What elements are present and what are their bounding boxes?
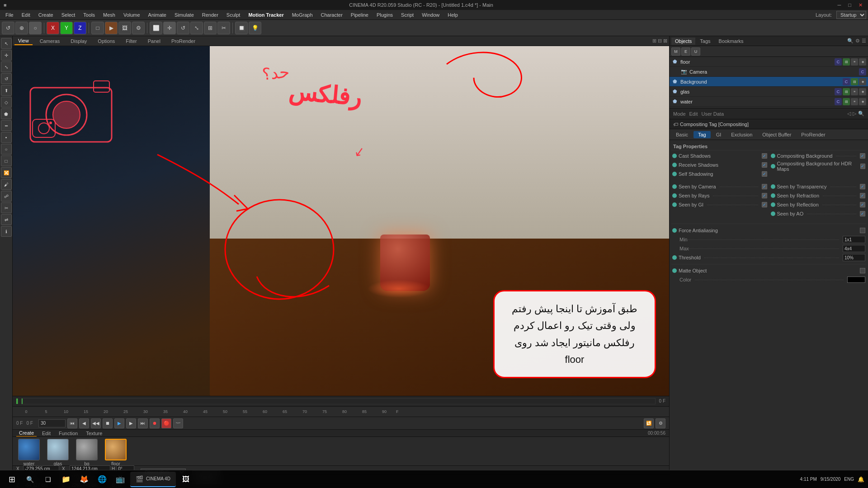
- nav-mode[interactable]: Mode: [673, 111, 686, 117]
- point-tool[interactable]: •: [1, 132, 12, 143]
- floor-tag-2[interactable]: ▤: [843, 58, 850, 66]
- menu-select[interactable]: Select: [58, 11, 79, 19]
- tab-view[interactable]: View: [14, 37, 33, 45]
- om-expand-btn[interactable]: ☰: [862, 38, 866, 44]
- tab-panel[interactable]: Panel: [144, 38, 164, 45]
- search-btn[interactable]: 🔍: [22, 471, 38, 488]
- go-end-btn[interactable]: ⏭: [138, 418, 148, 428]
- om-userdata-btn[interactable]: U: [691, 47, 700, 56]
- bridge-tool[interactable]: ⇌: [1, 214, 12, 225]
- x-axis-btn[interactable]: X: [47, 22, 59, 34]
- box-select-btn[interactable]: ⬜: [150, 22, 162, 34]
- om-tab-bookmarks[interactable]: Bookmarks: [715, 38, 747, 45]
- max-input[interactable]: [843, 245, 865, 252]
- minimize-btn[interactable]: ─: [836, 2, 843, 8]
- bg-tag-2[interactable]: ▤: [851, 78, 858, 85]
- firefox-btn[interactable]: 🦊: [76, 471, 92, 488]
- om-search-btn[interactable]: 🔍: [847, 38, 854, 44]
- seen-rays-check[interactable]: [762, 193, 767, 198]
- material-bg[interactable]: bg: [74, 439, 99, 466]
- tab-filter[interactable]: Filter: [122, 38, 140, 45]
- menu-file[interactable]: File: [2, 11, 17, 19]
- floor-tag-3[interactable]: ≡: [851, 58, 858, 66]
- color-swatch[interactable]: [847, 277, 865, 283]
- stop-btn[interactable]: ⏹: [103, 418, 113, 428]
- menu-edit[interactable]: Edit: [18, 11, 34, 19]
- menu-character[interactable]: Character: [317, 11, 346, 19]
- unknown-app-btn[interactable]: 🖼: [178, 471, 194, 488]
- mat-tab-create[interactable]: Create: [16, 430, 37, 436]
- auto-key-btn[interactable]: 🔴: [161, 418, 171, 428]
- rotate-tool-btn[interactable]: ↺: [177, 22, 189, 34]
- om-mode-btn[interactable]: M: [671, 47, 680, 56]
- om-row-floor[interactable]: ⬟ floor C ▤ ≡ ◈: [670, 57, 868, 67]
- menu-simulate[interactable]: Simulate: [171, 11, 198, 19]
- water-tag-4[interactable]: ◈: [859, 98, 866, 105]
- water-tag-3[interactable]: ≡: [851, 98, 858, 105]
- render-settings-btn[interactable]: ⚙: [132, 22, 145, 34]
- seen-reflection-check[interactable]: [860, 202, 865, 207]
- min-input[interactable]: [843, 236, 865, 243]
- prop-tab-basic[interactable]: Basic: [671, 131, 693, 138]
- light-btn[interactable]: 💡: [249, 22, 261, 34]
- om-edit-btn[interactable]: E: [681, 47, 690, 56]
- glas-tag-2[interactable]: ▤: [843, 88, 850, 95]
- prop-tab-gi[interactable]: GI: [712, 131, 726, 138]
- seen-gi-check[interactable]: [762, 202, 767, 207]
- lasso-tool[interactable]: 🔀: [1, 167, 12, 178]
- file-explorer-btn[interactable]: 📁: [58, 471, 74, 488]
- notification-icon[interactable]: 🔔: [858, 476, 864, 483]
- seen-refraction-check[interactable]: [860, 193, 865, 198]
- prop-tab-prorender[interactable]: ProRender: [797, 131, 830, 138]
- knife-left-tool[interactable]: ✂: [1, 202, 12, 213]
- menu-render[interactable]: Render: [198, 11, 222, 19]
- edge-tool[interactable]: ━: [1, 120, 12, 131]
- bevel-tool[interactable]: ◇: [1, 97, 12, 108]
- cursor-tool[interactable]: ↖: [1, 38, 12, 49]
- menu-script[interactable]: Script: [397, 11, 417, 19]
- receive-shadows-check[interactable]: [762, 162, 767, 168]
- move-tool[interactable]: ✛: [1, 50, 12, 61]
- record-btn[interactable]: ⏺: [150, 418, 160, 428]
- mat-tab-function[interactable]: Function: [56, 430, 80, 436]
- extrude-btn[interactable]: ⊞: [204, 22, 217, 34]
- seen-ao-check[interactable]: [860, 211, 865, 216]
- mat-tab-texture[interactable]: Texture: [83, 430, 105, 436]
- matte-obj-check[interactable]: [860, 268, 865, 273]
- extrude-tool[interactable]: ⬆: [1, 85, 12, 96]
- seen-transparency-check[interactable]: [860, 184, 865, 189]
- nav-back-btn[interactable]: ◁: [847, 111, 851, 117]
- cinema4d-taskbar[interactable]: 🎬 CINEMA 4D: [130, 472, 176, 487]
- undo-btn[interactable]: ↺: [2, 22, 14, 34]
- nav-search-btn[interactable]: 🔍: [858, 111, 864, 117]
- material-glas[interactable]: glas: [45, 439, 71, 466]
- options-btn[interactable]: ⚙: [656, 418, 665, 428]
- tab-options[interactable]: Options: [94, 38, 118, 45]
- viewport[interactable]: حد؟ رفلکس ↙: [13, 46, 669, 396]
- menu-mesh[interactable]: Mesh: [99, 11, 119, 19]
- comp-hdr-check[interactable]: [860, 164, 865, 169]
- om-row-water[interactable]: ⬟ water C ▤ ≡ ◈: [670, 97, 868, 107]
- close-btn[interactable]: ✕: [857, 2, 864, 8]
- menu-help[interactable]: Help: [444, 11, 462, 19]
- om-tab-tags[interactable]: Tags: [696, 38, 714, 45]
- layout-dropdown[interactable]: Startup: [836, 11, 866, 19]
- menu-tools[interactable]: Tools: [80, 11, 99, 19]
- camera-tag-1[interactable]: C: [859, 68, 866, 75]
- motion-btn[interactable]: 〰: [173, 418, 183, 428]
- menu-motion-tracker[interactable]: Motion Tracker: [245, 11, 287, 19]
- scale-tool[interactable]: ⤡: [1, 61, 12, 72]
- om-filter-btn[interactable]: ⚙: [855, 38, 860, 44]
- seen-camera-check[interactable]: [762, 184, 767, 189]
- rectangle-select-tool[interactable]: □: [1, 155, 12, 166]
- y-axis-btn[interactable]: Y: [60, 22, 73, 34]
- polygon-tool[interactable]: ⬟: [1, 108, 12, 119]
- tab-cameras[interactable]: Cameras: [36, 38, 64, 45]
- new-btn[interactable]: ⊕: [15, 22, 28, 34]
- browser-btn[interactable]: 🌐: [94, 471, 110, 488]
- water-tag-1[interactable]: C: [835, 98, 842, 105]
- material-floor[interactable]: floor: [103, 439, 128, 466]
- z-axis-btn[interactable]: Z: [74, 22, 86, 34]
- play-btn[interactable]: ▶: [114, 418, 124, 428]
- threshold-input[interactable]: [843, 254, 865, 261]
